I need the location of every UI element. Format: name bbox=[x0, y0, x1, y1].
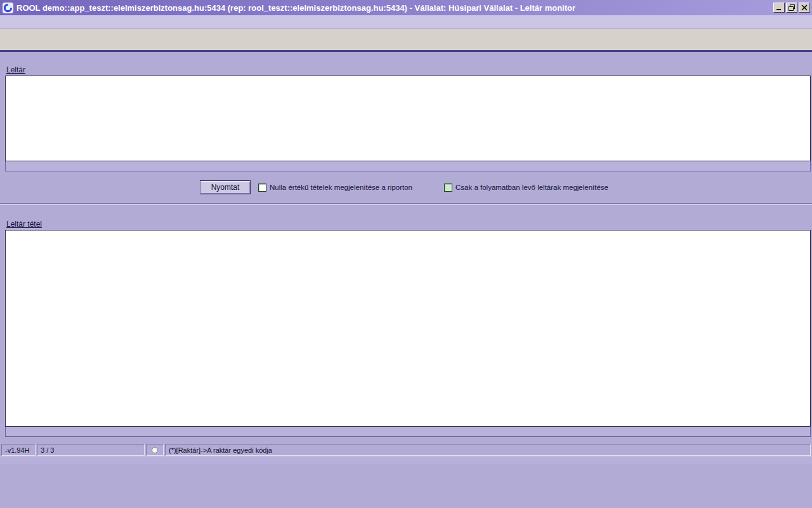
statusbar: -v1.94H 3 / 3 (*)[Raktár]->A raktár egye… bbox=[0, 443, 812, 457]
show-zero-items-checkbox[interactable] bbox=[258, 184, 266, 192]
totals-panel bbox=[0, 437, 812, 443]
bottom-tabbar bbox=[0, 205, 812, 219]
leltar-grid bbox=[5, 76, 811, 161]
minimize-button[interactable] bbox=[773, 3, 785, 13]
print-button[interactable]: Nyomtat bbox=[200, 180, 251, 194]
leltar-tetel-grid bbox=[5, 230, 811, 427]
middle-panel: Nyomtat Nulla értékű tételek megjeleníté… bbox=[0, 171, 812, 203]
close-window-button[interactable] bbox=[799, 3, 810, 13]
status-indicator bbox=[146, 444, 164, 456]
window-title: ROOL demo::app_teszt::elelmiszerbiztonsa… bbox=[16, 3, 773, 13]
titlebar: ROOL demo::app_teszt::elelmiszerbiztonsa… bbox=[0, 0, 812, 15]
bottom-strip bbox=[0, 457, 812, 464]
only-in-progress-checkbox[interactable] bbox=[444, 184, 452, 192]
menubar bbox=[0, 15, 812, 29]
leltar-tetel-grid-hscrollbar[interactable] bbox=[5, 427, 811, 437]
leltar-grid-hscrollbar[interactable] bbox=[5, 161, 811, 171]
status-dot-icon bbox=[152, 447, 158, 453]
version-label: -v1.94H bbox=[1, 444, 36, 456]
top-tabbar bbox=[0, 52, 812, 65]
show-zero-items-label: Nulla értékű tételek megjelenítése a rip… bbox=[270, 184, 412, 191]
only-in-progress-label: Csak a folyamatban levő leltárak megjele… bbox=[455, 184, 608, 191]
section1-label: Leltár bbox=[6, 65, 812, 75]
status-hint: (*)[Raktár]->A raktár egyedi kódja bbox=[165, 444, 811, 456]
app-logo-icon bbox=[2, 2, 14, 14]
record-position: 3 / 3 bbox=[37, 444, 145, 456]
restore-button[interactable] bbox=[786, 3, 797, 13]
toolbar bbox=[0, 29, 812, 50]
section2-label: Leltár tétel bbox=[6, 220, 812, 229]
